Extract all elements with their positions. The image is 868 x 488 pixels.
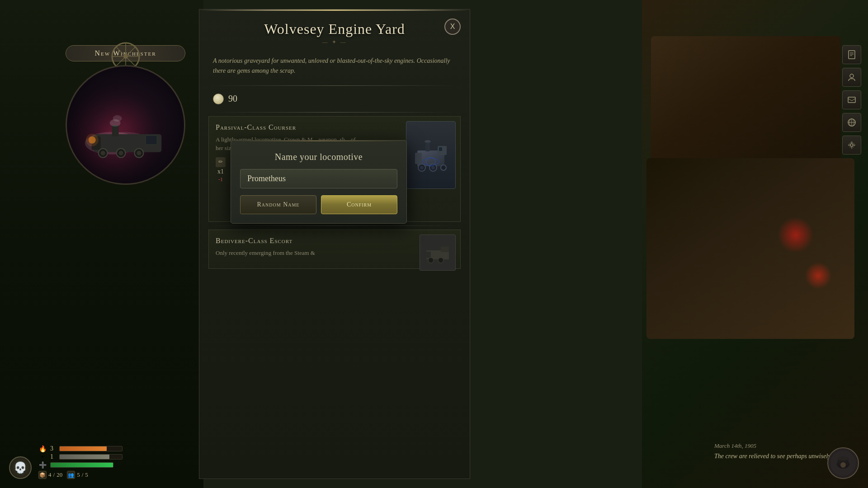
svg-point-7 — [67, 66, 184, 183]
cargo-max: 20 — [57, 471, 62, 479]
stat-col-0: ✏ x1 -1 — [216, 157, 226, 183]
svg-point-53 — [849, 142, 854, 148]
player-avatar[interactable] — [827, 447, 859, 479]
cargo-icon: 📦 — [38, 471, 47, 479]
sidebar-icon-journal[interactable] — [842, 45, 861, 64]
svg-rect-32 — [439, 147, 442, 151]
journal-icon — [847, 50, 857, 60]
svg-rect-33 — [425, 141, 430, 151]
svg-point-58 — [840, 462, 846, 468]
svg-point-17 — [137, 150, 141, 155]
svg-point-46 — [850, 74, 854, 78]
stat-val-0: x1 — [217, 168, 224, 175]
map-glow-2 — [805, 262, 832, 289]
scroll-indicator[interactable]: ▼ — [470, 168, 470, 181]
health-bar-row: ➕ — [38, 461, 123, 469]
svg-rect-25 — [415, 153, 422, 164]
svg-point-57 — [838, 456, 849, 461]
coin-icon — [213, 94, 224, 104]
sidebar-icon-items[interactable] — [842, 90, 861, 109]
skull-icon: 💀 — [9, 456, 32, 479]
crew-resource: 👥 5 / 5 — [67, 471, 88, 479]
modal-title: Name your locomotive — [240, 152, 397, 162]
engine-2-svg — [422, 237, 453, 268]
engine-2-class: Bedivere-Class Escort — [216, 237, 453, 245]
cargo-resource: 📦 4 / 20 — [38, 471, 62, 479]
panel-title: Wolvesey Engine Yard — [208, 21, 461, 38]
svg-point-19 — [86, 133, 99, 146]
currency-row: 90 — [199, 88, 470, 110]
resources-row: 📦 4 / 20 👥 5 / 5 — [38, 471, 123, 479]
svg-rect-21 — [146, 135, 157, 144]
confirm-button[interactable]: Confirm — [321, 195, 397, 214]
svg-rect-47 — [848, 97, 855, 103]
location-card: New Winchester — [66, 45, 185, 185]
random-name-button[interactable]: Random Name — [240, 195, 316, 214]
stat-diff-0: -1 — [218, 176, 223, 183]
close-button[interactable]: X — [444, 19, 461, 35]
sidebar-icon-map[interactable] — [842, 113, 861, 132]
crew-bar-row: ▪ 1 — [38, 453, 123, 461]
svg-point-15 — [119, 150, 123, 155]
sidebar-icon-profile[interactable] — [842, 68, 861, 87]
fire-value: 3 — [50, 445, 56, 452]
svg-rect-41 — [441, 247, 449, 252]
svg-point-23 — [113, 115, 122, 122]
crew-value: 1 — [50, 453, 56, 460]
avatar-svg — [830, 450, 857, 477]
locomotive-name-input[interactable] — [240, 169, 397, 188]
health-bar-fill — [51, 463, 113, 467]
train-scene-svg — [67, 66, 184, 184]
svg-rect-38 — [425, 252, 431, 258]
main-panel: Wolvesey Engine Yard — ✦ — X A notorious… — [199, 9, 470, 479]
items-icon — [847, 95, 857, 105]
panel-header: Wolvesey Engine Yard — ✦ — — [199, 9, 470, 52]
svg-rect-42 — [849, 51, 855, 59]
panel-description: A notorious graveyard for unwanted, unlo… — [199, 52, 470, 83]
health-bar-track — [50, 462, 113, 468]
cargo-current: 4 — [48, 471, 52, 479]
status-bar: 💀 🔥 3 ▪ 1 ➕ 📦 4 / 20 — [9, 445, 123, 479]
crew-max: 5 — [85, 471, 88, 479]
location-image — [66, 65, 185, 185]
engine-1-svg — [408, 123, 453, 187]
crew-bar-icon: ▪ — [38, 453, 47, 461]
engine-2-image — [420, 235, 456, 271]
svg-point-34 — [425, 140, 431, 143]
fire-bar-fill — [60, 446, 107, 451]
sidebar-icon-settings[interactable] — [842, 136, 861, 155]
svg-point-40 — [438, 258, 443, 263]
stat-icon-0: ✏ — [216, 157, 226, 167]
divider-3 — [213, 225, 456, 226]
engine-1-image — [406, 121, 456, 189]
naming-modal: Name your locomotive Random Name Confirm — [231, 140, 407, 224]
profile-icon — [847, 72, 857, 82]
engine-2-desc: Only recently emerging from the Steam & — [216, 249, 453, 258]
engine-card-2: Bedivere-Class Escort Only recently emer… — [208, 230, 461, 269]
title-ornament: — ✦ — — [208, 39, 461, 46]
settings-icon — [847, 140, 857, 150]
svg-point-13 — [101, 150, 105, 155]
divider-1 — [213, 85, 456, 86]
currency-amount: 90 — [228, 94, 237, 104]
map-icon — [847, 117, 857, 127]
divider-2 — [213, 112, 456, 113]
crew-current: 5 — [77, 471, 80, 479]
modal-buttons: Random Name Confirm — [240, 195, 397, 214]
svg-point-52 — [850, 144, 853, 146]
svg-point-27 — [420, 166, 424, 169]
fire-icon: 🔥 — [38, 445, 47, 453]
event-date: March 14th, 1905 — [714, 442, 841, 450]
crew-bar-track — [59, 454, 123, 460]
svg-rect-20 — [112, 125, 119, 136]
health-icon: ➕ — [38, 461, 47, 469]
svg-point-39 — [428, 258, 434, 263]
event-log: March 14th, 1905 The crew are relieved t… — [714, 442, 841, 461]
crew-icon: 👥 — [67, 471, 75, 479]
crew-bar-fill — [60, 455, 109, 459]
stat-bars-container: 🔥 3 ▪ 1 ➕ 📦 4 / 20 — [38, 445, 123, 479]
event-text: The crew are relieved to see perhaps unw… — [714, 451, 841, 461]
svg-point-30 — [441, 165, 446, 170]
right-sidebar — [842, 45, 861, 155]
fire-bar-row: 🔥 3 — [38, 445, 123, 453]
